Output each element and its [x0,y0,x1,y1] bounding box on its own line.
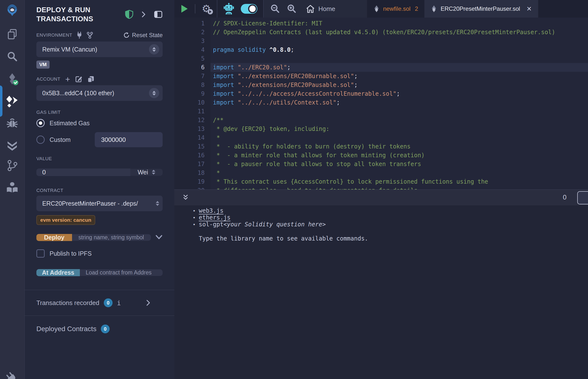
code-line[interactable]: 16 * - a minter role that allows for tok… [174,151,588,160]
unit-testing-icon [6,139,18,151]
code-line[interactable]: 6import "../ERC20.sol"; [174,63,588,72]
code-line[interactable]: 4pragma solidity ^0.8.0; [174,46,588,54]
sidebar-item-unit-testing[interactable] [0,138,24,152]
line-content: * [211,169,588,177]
code-line[interactable]: 11 [174,107,588,116]
sidebar-item-plugin-manager[interactable] [0,372,24,379]
line-content: * - a minter role that allows for token … [211,151,588,160]
tab-strip: newfile.sol 2 ERC20PresetMinterPauser.so… [367,0,588,17]
remix-ai-robot-icon [223,3,234,15]
environment-select[interactable]: Remix VM (Cancun) [36,42,163,57]
toolbar-divider [195,4,195,14]
contract-select[interactable]: ERC20PresetMinterPauser - .deps/ [36,196,163,211]
sidebar-item-git[interactable] [0,159,24,173]
line-number: 3 [174,37,211,46]
plugin-icon-sidebar [0,0,25,379]
expand-transactions-chevron[interactable] [146,299,151,306]
fork-environment-icon[interactable] [86,32,93,39]
pin-panel-icon[interactable] [154,10,163,18]
code-line[interactable]: 20 * different roles - head to its docum… [174,186,588,190]
line-content: pragma solidity ^0.8.0; [211,46,588,54]
account-value: 0x5B3...eddC4 (100 ether) [42,90,149,97]
learneth-icon [6,181,18,194]
ai-copilot-toggle[interactable] [241,4,257,14]
tab-label: ERC20PresetMinterPauser.sol [441,5,520,12]
code-line[interactable]: 2// OpenZeppelin Contracts (last updated… [174,28,588,37]
script-config-gear-button[interactable]: ⚙ [202,4,211,14]
code-line[interactable]: 10import "../../../utils/Context.sol"; [174,98,588,107]
deployed-contracts-label: Deployed Contracts [36,325,96,333]
code-line[interactable]: 1// SPDX-License-Identifier: MIT [174,19,588,28]
code-line[interactable]: 14 * [174,133,588,142]
terminal-output[interactable]: •web3.js•ethers.js•sol-gpt <your Solidit… [174,205,588,379]
expand-terminal-chevrons-icon[interactable] [182,194,189,202]
at-address-input[interactable]: Load contract from Addres [80,269,163,276]
value-input[interactable]: 0 [36,169,130,176]
expand-panel-chevron-icon[interactable] [141,11,147,18]
unit-stepper-icon [152,170,155,174]
transactions-recorded-section[interactable]: Transactions recorded 0 i [36,290,163,316]
sidebar-item-file-explorer[interactable] [0,27,24,41]
code-line[interactable]: 7import "../extensions/ERC20Burnable.sol… [174,72,588,80]
zoom-out-icon[interactable] [270,4,280,14]
terminal-library-link[interactable]: ethers.js [199,214,231,221]
zoom-in-icon[interactable] [287,4,296,14]
chevron-down-icon [155,235,163,240]
value-unit-select[interactable]: Wei [130,169,163,176]
line-number: 15 [174,142,211,151]
sidebar-item-search[interactable] [0,50,24,63]
info-icon[interactable]: i [117,299,121,307]
copy-address-icon[interactable] [87,76,94,83]
sidebar-item-solidity-compiler[interactable] [0,72,24,86]
code-line[interactable]: 17 * - a pauser role that allows to stop… [174,160,588,169]
deployed-contracts-section: Deployed Contracts 0 [36,316,163,333]
constructor-args-placeholder: string name, string symbol [78,234,144,241]
line-content: * This contract uses {AccessControl} to … [211,177,588,186]
code-line[interactable]: 9import "../../../access/AccessControlEn… [174,89,588,98]
code-line[interactable]: 3 [174,37,588,46]
code-line[interactable]: 18 * [174,169,588,177]
custom-gas-input[interactable]: 3000000 [95,132,163,147]
sign-message-icon[interactable] [75,76,82,83]
environment-label: ENVIRONMENT [36,32,72,38]
run-script-play-button[interactable] [180,4,188,14]
deploy-button[interactable]: Deploy [36,234,72,241]
home-tab-button[interactable]: Home [303,4,338,13]
debugger-icon [6,117,18,129]
terminal-help-text: Type the library name to see available c… [189,235,588,242]
line-content: * - ability for holders to burn (destroy… [211,142,588,151]
terminal-library-link[interactable]: web3.js [199,207,223,214]
sidebar-item-deploy-and-run[interactable] [0,94,24,108]
code-line[interactable]: 19 * This contract uses {AccessControl} … [174,177,588,186]
code-line[interactable]: 8import "../extensions/ERC20Pausable.sol… [174,80,588,89]
publish-to-ipfs-checkbox[interactable] [36,249,45,258]
file-explorer-icon [6,28,18,40]
tab-strip-empty [538,0,588,17]
code-line[interactable]: 13 * @dev {ERC20} token, including: [174,125,588,133]
sidebar-item-debugger[interactable] [0,116,24,130]
code-editor[interactable]: 1// SPDX-License-Identifier: MIT2// Open… [174,17,588,190]
close-tab-icon[interactable]: ✕ [526,5,532,13]
panel-title: DEPLOY & RUN TRANSACTIONS [36,5,110,23]
reset-state-button[interactable]: Reset State [123,32,163,39]
constructor-args-input[interactable]: string name, string symbol [72,234,151,241]
tab-erc20presetminterpauser-sol[interactable]: ERC20PresetMinterPauser.sol ✕ [424,0,538,17]
add-account-button[interactable]: + [65,77,70,81]
zoom-group: Home [264,0,344,17]
gas-limit-label: GAS LIMIT [36,110,163,115]
code-line[interactable]: 5 [174,54,588,63]
code-line[interactable]: 12/** [174,116,588,125]
sidebar-item-home[interactable] [0,0,24,20]
value-amount: 0 [42,169,46,176]
tab-newfile-sol[interactable]: newfile.sol 2 [367,0,424,17]
terminal-search-box[interactable] [577,191,588,205]
expand-constructor-args-button[interactable] [151,235,163,240]
sidebar-item-learneth[interactable] [0,181,24,194]
account-select[interactable]: 0x5B3...eddC4 (100 ether) [36,85,163,101]
at-address-button[interactable]: At Address [36,269,80,276]
line-content: * [211,133,588,142]
estimated-gas-radio[interactable] [36,119,45,127]
plug-icon[interactable] [76,32,82,39]
code-line[interactable]: 15 * - ability for holders to burn (dest… [174,142,588,151]
custom-gas-radio[interactable] [36,136,45,144]
